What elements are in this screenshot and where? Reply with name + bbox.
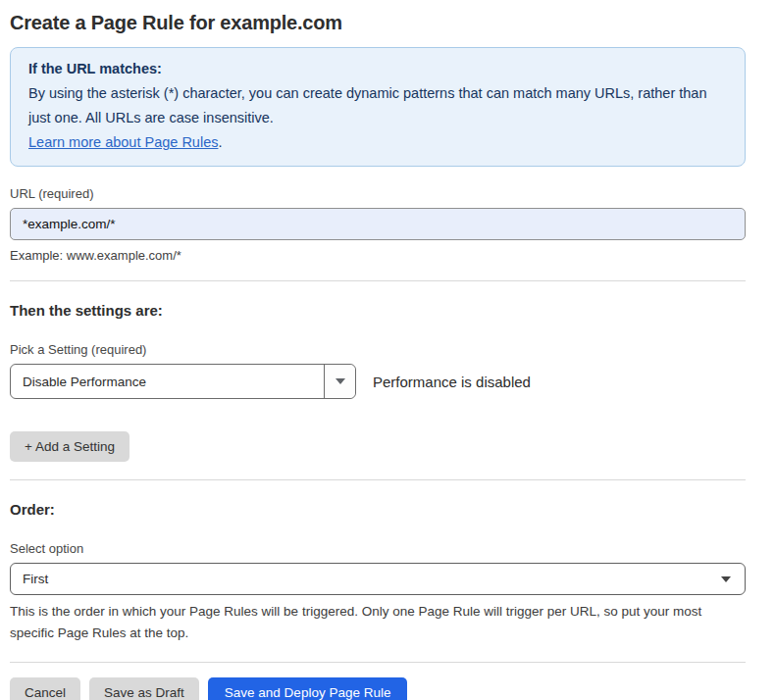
page-title: Create a Page Rule for example.com <box>10 12 746 34</box>
url-match-info-box: If the URL matches: By using the asteris… <box>10 47 746 167</box>
save-draft-button[interactable]: Save as Draft <box>89 677 199 700</box>
save-deploy-button[interactable]: Save and Deploy Page Rule <box>208 677 408 700</box>
order-select[interactable]: First <box>10 563 746 595</box>
url-input[interactable] <box>10 208 746 240</box>
add-setting-button[interactable]: + Add a Setting <box>10 431 129 462</box>
link-period: . <box>218 134 222 150</box>
setting-status-text: Performance is disabled <box>373 374 531 390</box>
setting-row: Disable Performance Performance is disab… <box>10 364 746 399</box>
setting-select-arrow-button[interactable] <box>324 365 355 398</box>
pick-setting-label: Pick a Setting (required) <box>10 342 746 357</box>
learn-more-link[interactable]: Learn more about Page Rules <box>28 134 218 150</box>
info-box-heading: If the URL matches: <box>28 57 727 81</box>
info-box-link-line: Learn more about Page Rules. <box>28 130 727 155</box>
settings-section-heading: Then the settings are: <box>10 302 746 319</box>
create-page-rule-form: Create a Page Rule for example.com If th… <box>10 0 746 700</box>
order-select-label: Select option <box>10 541 746 556</box>
cancel-button[interactable]: Cancel <box>10 677 80 700</box>
order-section-heading: Order: <box>10 501 746 518</box>
divider <box>10 280 746 281</box>
info-box-body: By using the asterisk (*) character, you… <box>28 81 715 130</box>
setting-select[interactable]: Disable Performance <box>10 364 356 399</box>
divider <box>10 662 746 663</box>
chevron-down-icon <box>336 378 345 384</box>
order-help-text: This is the order in which your Page Rul… <box>10 601 744 644</box>
divider <box>10 479 746 480</box>
order-select-value: First <box>11 572 721 586</box>
setting-select-value: Disable Performance <box>11 375 324 389</box>
url-example-help: Example: www.example.com/* <box>10 248 746 263</box>
chevron-down-icon <box>721 576 731 582</box>
url-label: URL (required) <box>10 186 746 201</box>
form-footer: Cancel Save as Draft Save and Deploy Pag… <box>10 677 746 700</box>
